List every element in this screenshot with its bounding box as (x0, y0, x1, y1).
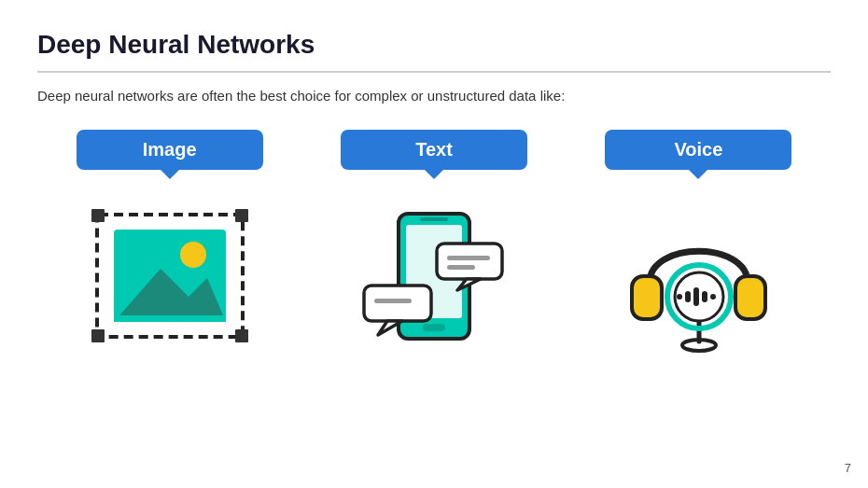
svg-rect-4 (235, 329, 248, 342)
card-text: Text (301, 130, 566, 360)
card-voice-label: Voice (605, 130, 791, 170)
cards-row: Image (37, 130, 831, 470)
svg-point-24 (682, 340, 716, 351)
text-icon-area (341, 192, 527, 360)
svg-rect-12 (420, 217, 448, 221)
card-image: Image (37, 130, 301, 360)
page-number: 7 (845, 461, 851, 475)
svg-rect-28 (693, 287, 699, 306)
card-image-label: Image (77, 130, 263, 170)
svg-rect-17 (437, 244, 502, 279)
svg-rect-23 (735, 276, 765, 319)
svg-rect-11 (423, 324, 445, 331)
svg-rect-3 (91, 329, 105, 342)
svg-rect-16 (374, 299, 412, 303)
svg-rect-29 (702, 291, 707, 302)
voice-icon-area (605, 192, 791, 360)
slide-title: Deep Neural Networks (37, 30, 831, 60)
card-voice: Voice (567, 130, 831, 360)
svg-rect-1 (91, 209, 105, 222)
text-icon (359, 197, 509, 356)
svg-rect-31 (677, 294, 682, 300)
svg-rect-20 (447, 256, 490, 260)
svg-rect-2 (235, 209, 248, 222)
svg-rect-22 (632, 276, 662, 319)
voice-icon (617, 194, 780, 357)
svg-point-7 (180, 242, 206, 268)
image-icon (86, 203, 254, 348)
svg-rect-21 (447, 265, 475, 270)
image-icon-area (77, 192, 263, 360)
svg-rect-30 (710, 294, 716, 300)
slide-subtitle: Deep neural networks are often the best … (37, 88, 831, 104)
svg-rect-27 (685, 291, 691, 302)
slide: Deep Neural Networks Deep neural network… (0, 0, 868, 488)
divider (37, 71, 831, 73)
card-text-label: Text (341, 130, 527, 170)
svg-rect-8 (114, 315, 226, 322)
